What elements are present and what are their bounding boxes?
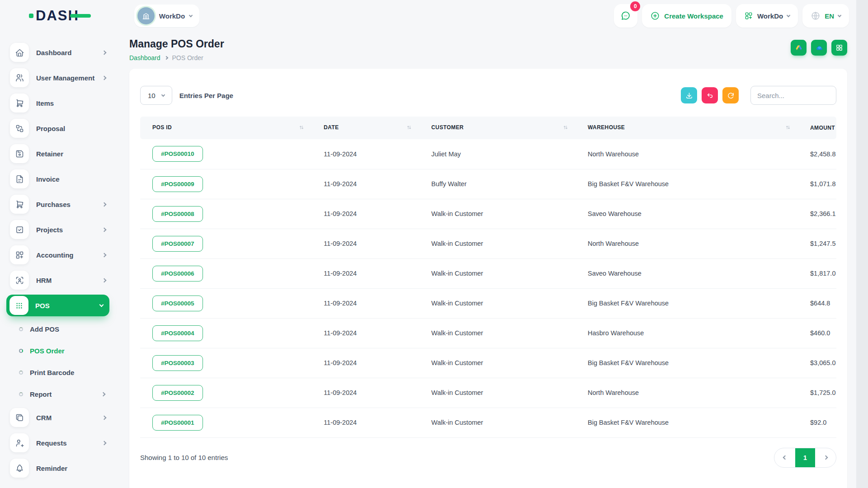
sort-icon (299, 125, 304, 131)
pos-id-link[interactable]: #POS00005 (152, 296, 203, 311)
sidebar-item-user-management[interactable]: User Management (0, 65, 116, 90)
pos-id-link[interactable]: #POS00001 (152, 415, 203, 431)
sidebar-item-pos[interactable]: POS (6, 295, 109, 316)
table-row: #POS00002 11-09-2024 Walk-in Customer No… (140, 378, 836, 408)
chevron-right-icon (164, 56, 168, 60)
messages-badge: 0 (630, 1, 640, 11)
messages-button[interactable]: 0 (614, 4, 637, 28)
sort-icon (406, 125, 412, 131)
sidebar-item-items[interactable]: Items (0, 90, 116, 116)
pos-id-link[interactable]: #POS00008 (152, 206, 203, 222)
sidebar-subitem-print-barcode[interactable]: Print Barcode (0, 361, 116, 383)
table-row: #POS00004 11-09-2024 Walk-in Customer Ha… (140, 318, 836, 348)
cell-date: 11-09-2024 (311, 169, 419, 199)
bell-icon (15, 464, 24, 473)
google-drive-icon (795, 44, 803, 52)
language-label: EN (825, 12, 834, 20)
sidebar-item-retainer[interactable]: Retainer (0, 141, 116, 166)
sidebar-item-dashboard[interactable]: Dashboard (0, 40, 116, 65)
cell-warehouse: Saveo Warehouse (576, 258, 798, 288)
topbar-actions: 0 Create Workspace WorkDo EN (614, 4, 849, 28)
pos-id-link[interactable]: #POS00010 (152, 146, 203, 162)
apps-grid-button[interactable] (831, 40, 847, 56)
pos-id-link[interactable]: #POS00007 (152, 236, 203, 252)
create-workspace-label: Create Workspace (664, 12, 723, 20)
google-drive-button[interactable] (791, 40, 807, 56)
chevron-right-icon (102, 227, 107, 232)
cell-date: 11-09-2024 (311, 139, 419, 169)
cell-customer: Walk-in Customer (419, 348, 576, 378)
column-header-date[interactable]: DATE (311, 117, 419, 139)
prev-page-button[interactable] (774, 448, 795, 467)
chevron-right-icon (102, 202, 107, 206)
column-header-pos-id[interactable]: POS ID (140, 117, 311, 139)
table-row: #POS00005 11-09-2024 Walk-in Customer Bi… (140, 288, 836, 318)
globe-icon (811, 11, 821, 21)
cell-warehouse: Big Basket F&V Warehouse (576, 288, 798, 318)
table-header-row: POS ID DATE CUSTOMER WAREHOUSE AMOUNT (140, 117, 836, 139)
download-icon (685, 92, 693, 99)
pos-id-link[interactable]: #POS00002 (152, 385, 203, 401)
entries-per-page-label: Entries Per Page (179, 92, 233, 99)
pos-id-link[interactable]: #POS00004 (152, 325, 203, 341)
column-header-warehouse[interactable]: WAREHOUSE (576, 117, 798, 139)
sidebar-subitem-add-pos[interactable]: Add POS (0, 318, 116, 340)
entries-per-page-select[interactable]: 10 (140, 86, 172, 105)
sidebar-item-accounting[interactable]: Accounting (0, 242, 116, 267)
sidebar-subitem-report[interactable]: Report (0, 383, 116, 405)
logo-bar (70, 14, 91, 18)
sidebar-item-projects[interactable]: Projects (0, 217, 116, 242)
sidebar-item-invoice[interactable]: Invoice (0, 166, 116, 192)
dots-grid-icon (14, 301, 24, 310)
page-actions (791, 40, 847, 56)
cell-amount: $1,725.0 (798, 378, 836, 408)
export-button[interactable] (681, 87, 697, 103)
breadcrumb: Dashboard POS Order (129, 54, 224, 61)
onedrive-icon (815, 43, 824, 52)
table-row: #POS00010 11-09-2024 Juliet May North Wa… (140, 139, 836, 169)
language-selector[interactable]: EN (802, 4, 849, 28)
cell-customer: Walk-in Customer (419, 318, 576, 348)
toolbar-actions (681, 86, 836, 105)
floppy-icon (15, 149, 24, 159)
sidebar-subitem-pos-order[interactable]: POS Order (0, 340, 116, 361)
chevron-right-icon (102, 253, 107, 257)
plus-circle-icon (650, 11, 660, 21)
workspace-menu-button[interactable]: WorkDo (736, 4, 798, 28)
pos-id-link[interactable]: #POS00003 (152, 355, 203, 371)
page-scrollbar[interactable] (856, 0, 868, 488)
sidebar-item-crm[interactable]: CRM (0, 405, 116, 430)
pos-order-table: POS ID DATE CUSTOMER WAREHOUSE AMOUNT #P (140, 117, 836, 438)
column-header-amount[interactable]: AMOUNT (798, 117, 836, 139)
sidebar-item-reminder[interactable]: Reminder (0, 455, 116, 481)
page-1-button[interactable]: 1 (795, 448, 815, 467)
bullet-icon (19, 392, 23, 396)
create-workspace-button[interactable]: Create Workspace (642, 4, 731, 28)
cell-customer: Walk-in Customer (419, 378, 576, 408)
sidebar-item-proposal[interactable]: Proposal (0, 116, 116, 141)
refresh-button[interactable] (722, 87, 739, 103)
logo: DASH (29, 8, 91, 24)
search-input[interactable] (750, 86, 836, 105)
column-header-customer[interactable]: CUSTOMER (419, 117, 576, 139)
cell-amount: $1,071.8 (798, 169, 836, 199)
sidebar-item-hrm[interactable]: HRM (0, 267, 116, 293)
undo-button[interactable] (702, 87, 718, 103)
chat-icon (620, 10, 631, 21)
sidebar-item-purchases[interactable]: Purchases (0, 192, 116, 217)
cart-icon (15, 200, 24, 209)
cell-warehouse: North Warehouse (576, 229, 798, 258)
next-page-button[interactable] (815, 448, 836, 467)
workspace-selector[interactable]: WorkDo (134, 5, 199, 27)
bullet-icon (19, 327, 23, 331)
onedrive-button[interactable] (811, 40, 827, 56)
breadcrumb-dashboard-link[interactable]: Dashboard (129, 54, 160, 61)
entries-summary: Showing 1 to 10 of 10 entries (140, 454, 228, 461)
grid-plus-icon (744, 11, 753, 20)
pos-id-link[interactable]: #POS00006 (152, 266, 203, 282)
cell-date: 11-09-2024 (311, 348, 419, 378)
sidebar-item-requests[interactable]: Requests (0, 430, 116, 455)
pos-id-link[interactable]: #POS00009 (152, 176, 203, 192)
cards-icon (15, 413, 24, 422)
cell-date: 11-09-2024 (311, 318, 419, 348)
